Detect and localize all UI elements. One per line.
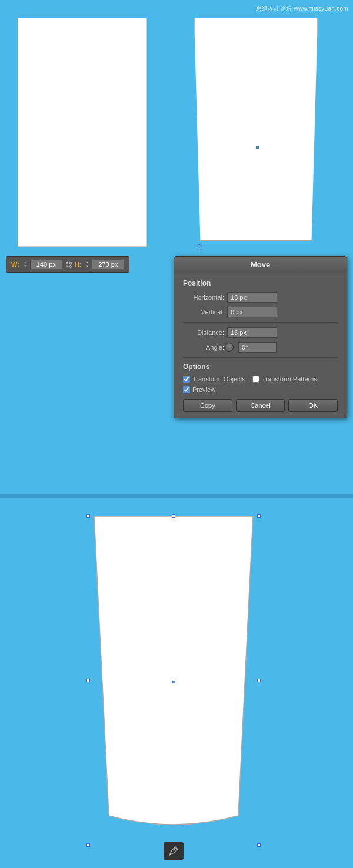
handle-br: [257, 843, 261, 847]
copy-button[interactable]: Copy: [183, 399, 232, 412]
height-spinner[interactable]: ▲ ▼: [85, 260, 89, 268]
transform-patterns-checkbox-label[interactable]: Transform Patterns: [252, 376, 317, 383]
handle-bl: [86, 843, 90, 847]
angle-circle-icon: [224, 343, 234, 352]
transform-objects-label: Transform Objects: [192, 376, 245, 383]
top-canvas-section: 思绪设计论坛 www.missyuan.com W: ▲ ▼ ⛓ H: ▲ ▼ …: [0, 0, 353, 494]
horizontal-row: Horizontal:: [183, 292, 338, 303]
options-section: Options Transform Objects Transform Patt…: [183, 363, 338, 383]
height-down-arrow[interactable]: ▼: [85, 264, 89, 269]
width-input[interactable]: [30, 260, 62, 269]
height-label: H:: [75, 261, 82, 268]
vertical-row: Vertical:: [183, 307, 338, 317]
handle-ml: [86, 679, 90, 682]
transform-patterns-label: Transform Patterns: [262, 376, 317, 383]
move-dialog: Move Position Horizontal: Vertical: Dist…: [174, 256, 347, 418]
width-label: W:: [11, 261, 19, 268]
preview-checkbox-label[interactable]: Preview: [183, 386, 215, 393]
options-label: Options: [183, 363, 338, 371]
distance-input[interactable]: [227, 327, 277, 338]
center-dot-right: [256, 146, 259, 149]
pen-tool-icon: [164, 842, 184, 860]
distance-row: Distance:: [183, 327, 338, 338]
height-up-arrow[interactable]: ▲: [85, 260, 89, 264]
center-dot-cup: [172, 681, 175, 683]
options-row: Transform Objects Transform Patterns: [183, 376, 338, 383]
cancel-button[interactable]: Cancel: [236, 399, 285, 412]
preview-row: Preview: [183, 386, 338, 393]
dialog-body: Position Horizontal: Vertical: Distance:…: [174, 273, 347, 418]
transform-objects-checkbox[interactable]: [183, 376, 190, 383]
handle-tl: [86, 514, 90, 518]
ok-button[interactable]: OK: [288, 399, 338, 412]
angle-row: Angle:: [183, 342, 338, 353]
divider2: [183, 357, 338, 358]
preview-label: Preview: [192, 386, 215, 393]
transform-toolbar: W: ▲ ▼ ⛓ H: ▲ ▼: [6, 256, 129, 273]
width-spinner[interactable]: ▲ ▼: [24, 260, 27, 268]
handle-tr: [257, 514, 261, 518]
handle-tm: [172, 514, 175, 518]
horizontal-input[interactable]: [227, 292, 277, 303]
pen-tool-svg: [167, 844, 180, 857]
position-section-label: Position: [183, 279, 338, 287]
transform-objects-checkbox-label[interactable]: Transform Objects: [183, 376, 245, 383]
distance-label: Distance:: [183, 329, 224, 336]
angle-input[interactable]: [238, 342, 277, 353]
dialog-title: Move: [174, 257, 347, 273]
width-down-arrow[interactable]: ▼: [24, 264, 27, 269]
right-shape: [194, 18, 318, 241]
transform-patterns-checkbox[interactable]: [252, 376, 259, 383]
left-shape: [18, 18, 147, 247]
bottom-canvas-section: [0, 498, 353, 868]
height-input[interactable]: [92, 260, 124, 269]
vertical-input[interactable]: [227, 307, 277, 317]
anchor-circle: [197, 244, 202, 250]
vertical-label: Vertical:: [183, 309, 224, 316]
divider1: [183, 322, 338, 323]
preview-checkbox[interactable]: [183, 386, 190, 393]
svg-point-0: [174, 848, 176, 850]
section-divider: [0, 494, 353, 498]
angle-label: Angle:: [183, 344, 224, 351]
link-icon: ⛓: [65, 260, 72, 269]
horizontal-label: Horizontal:: [183, 294, 224, 301]
dialog-buttons: Copy Cancel OK: [183, 399, 338, 412]
width-up-arrow[interactable]: ▲: [24, 260, 27, 264]
watermark: 思绪设计论坛 www.missyuan.com: [256, 5, 348, 13]
handle-mr: [257, 679, 261, 682]
